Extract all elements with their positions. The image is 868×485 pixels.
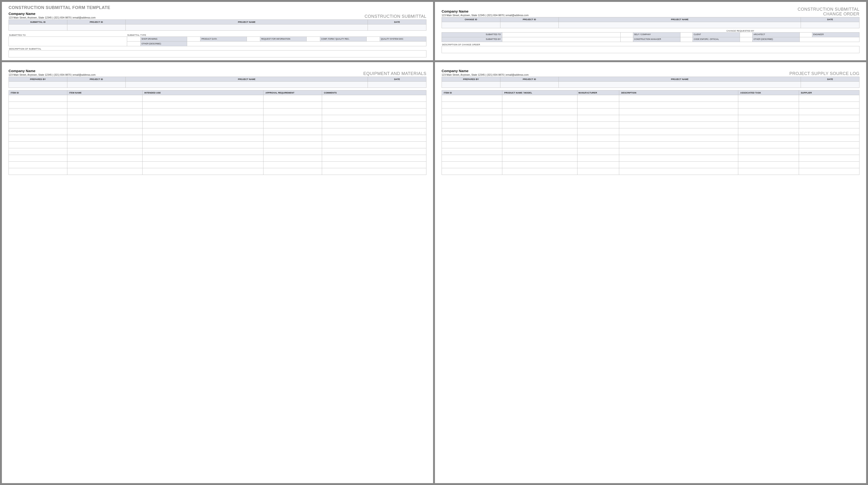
input-description-submittal[interactable] [8,50,426,57]
title-line-2: CHANGE ORDER [823,11,860,17]
check-other[interactable] [127,41,141,46]
input-co-submitted-to[interactable] [502,32,620,37]
col-date-4: DATE [801,77,860,82]
col-manufacturer: MANUFACTURER [578,90,619,95]
form-title-supply: PROJECT SUPPLY SOURCE LOG [789,71,860,76]
label-submitted-to: SUBMITTED TO [9,34,127,36]
label-client: CLIENT [693,32,740,37]
input-submitted-to[interactable] [9,37,127,46]
supply-header-table: PREPARED BY PROJECT ID PROJECT NAME DATE [442,77,860,88]
input-project-name[interactable] [126,25,368,31]
input-other-describe[interactable] [187,41,426,46]
col-supplier: SUPPLIER [799,90,859,95]
input-other-describe-2[interactable] [800,37,860,42]
check-cm[interactable] [620,37,633,42]
check-architect[interactable] [740,32,752,37]
table-row [9,142,426,148]
check-comp-form[interactable] [307,37,320,41]
label-submittal-type: SUBMITTAL TYPE [127,34,426,36]
col-description: DESCRIPTION [619,90,738,95]
label-change-requested-by: CHANGE REQUESTED BY [621,30,860,32]
label-cm: CONSTRUCTION MANAGER [633,37,680,42]
table-row [9,168,426,175]
check-product-data[interactable] [187,37,200,41]
table-row [442,168,860,175]
col-project-name: PROJECT NAME [126,20,368,25]
company-info: 123 Main Street, Anytown, State 12345 | … [8,16,96,19]
label-comp-form: COMP. FORM / QUALITY REC. [320,37,366,41]
input-project-id-2[interactable] [500,22,559,28]
company-block-4: Company Name 123 Main Street, Anytown, S… [442,69,529,76]
input-prepared-by-2[interactable] [442,82,500,88]
input-project-name-2[interactable] [559,22,801,28]
check-code[interactable] [680,37,693,42]
input-project-name-3[interactable] [126,82,368,88]
col-intended-use: INTENDED USE [142,90,264,95]
col-product: PRODUCT NAME / MODEL [502,90,578,95]
company-block-2: Company Name 123 Main Street, Anytown, S… [442,9,529,17]
col-item-name: ITEM NAME [67,90,142,95]
table-row [9,122,426,128]
form-title-submittal: CONSTRUCTION SUBMITTAL [365,14,426,19]
panel-equipment-materials: Company Name 123 Main Street, Anytown, S… [2,62,433,483]
input-project-id-4[interactable] [500,82,559,88]
col-item-id: ITEM ID [9,90,67,95]
company-block-3: Company Name 123 Main Street, Anytown, S… [8,69,96,76]
label-other-2: OTHER (DESCRIBE): [752,37,800,42]
check-other-2[interactable] [740,37,752,42]
label-architect: ARCHITECT [752,32,800,37]
label-product-data: PRODUCT DATA [200,37,247,41]
change-header-table: CHANGE ID PROJECT ID PROJECT NAME DATE [442,17,860,28]
label-shop-drawing: SHOP DRAWING [141,37,187,41]
table-row [442,115,860,122]
label-description-submittal: DESCRIPTION OF SUBMITTAL [9,48,426,50]
title-line-1: CONSTRUCTION SUBMITTAL [798,7,860,11]
col-change-id: CHANGE ID [442,17,500,22]
input-date-2[interactable] [801,22,860,28]
check-self[interactable] [620,32,633,37]
col-comments: COMMENTS [322,90,426,95]
panel-change-order: Company Name 123 Main Street, Anytown, S… [435,2,866,60]
check-rfi[interactable] [247,37,260,41]
label-self: SELF / COMPANY [633,32,680,37]
label-engineer: ENGINEER [812,32,859,37]
company-name-2: Company Name [442,9,529,13]
check-client[interactable] [680,32,693,37]
table-row [9,95,426,102]
input-date[interactable] [368,25,426,31]
check-engineer[interactable] [800,32,812,37]
input-date-3[interactable] [368,82,426,88]
template-grid: CONSTRUCTION SUBMITTAL FORM TEMPLATE Com… [2,2,866,483]
table-row [442,148,860,155]
input-prepared-by[interactable] [9,82,67,88]
check-shop-drawing[interactable] [127,37,141,41]
company-name: Company Name [8,11,96,16]
col-project-id: PROJECT ID [67,20,126,25]
input-submittal-id[interactable] [9,25,67,31]
col-approval: APPROVAL REQUIREMENT [264,90,322,95]
col-project-id-2: PROJECT ID [500,17,559,22]
input-project-name-4[interactable] [559,82,801,88]
table-row [9,148,426,155]
company-name-3: Company Name [8,69,96,73]
input-description-change[interactable] [442,46,860,53]
check-qsd[interactable] [366,37,380,41]
input-project-id-3[interactable] [67,82,126,88]
input-co-submitted-by[interactable] [502,37,620,42]
company-block: Company Name 123 Main Street, Anytown, S… [8,11,96,19]
input-change-id[interactable] [442,22,500,28]
col-prepared-by-2: PREPARED BY [442,77,500,82]
col-prepared-by: PREPARED BY [9,77,67,82]
table-row [9,115,426,122]
input-date-4[interactable] [801,82,860,88]
col-project-name-2: PROJECT NAME [559,17,801,22]
input-project-id[interactable] [67,25,126,31]
form-title-equipment: EQUIPMENT AND MATERIALS [363,71,426,76]
table-row [9,161,426,168]
company-info-2: 123 Main Street, Anytown, State 12345 | … [442,14,529,17]
table-row [9,135,426,142]
table-row [442,109,860,115]
label-other: OTHER (DESCRIBE): [141,41,187,46]
col-project-name-4: PROJECT NAME [559,77,801,82]
panel-construction-submittal: CONSTRUCTION SUBMITTAL FORM TEMPLATE Com… [2,2,433,60]
